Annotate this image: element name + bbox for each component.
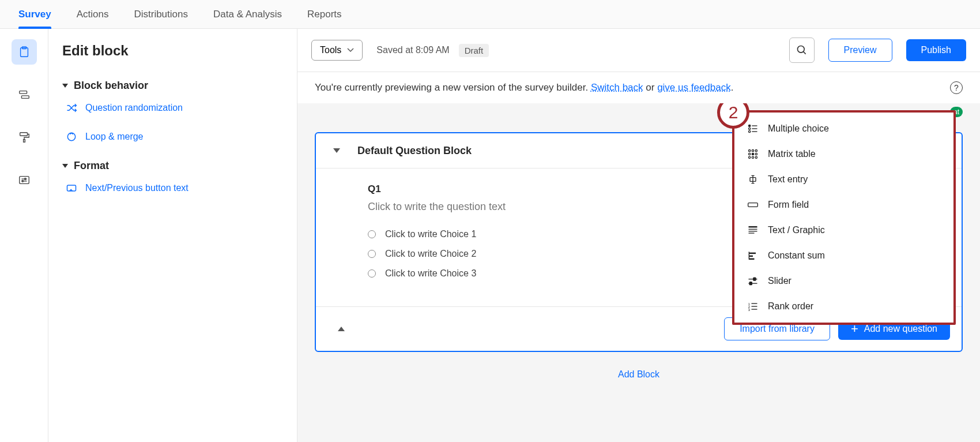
rail-look-feel-button[interactable] [12,125,37,150]
svg-point-21 [749,150,751,152]
block-title[interactable]: Default Question Block [357,145,472,157]
publish-button[interactable]: Publish [906,39,966,61]
choice-label[interactable]: Click to write Choice 1 [385,229,476,239]
choice-label[interactable]: Click to write Choice 2 [385,249,476,259]
chevron-down-icon [62,164,68,168]
svg-rect-2 [19,91,27,94]
matrix-icon [747,148,759,160]
svg-rect-32 [748,203,758,207]
svg-point-26 [755,153,757,155]
qtype-matrix-table[interactable]: Matrix table [734,141,953,167]
tab-survey[interactable]: Survey [18,0,51,28]
link-loop-merge[interactable]: Loop & merge [66,131,280,143]
svg-point-25 [752,153,753,155]
link-next-prev-button-text[interactable]: Next/Previous button text [66,182,280,194]
qtype-constant-sum[interactable]: Constant sum [734,243,953,268]
qtype-label: Form field [768,200,809,210]
feedback-link[interactable]: give us feedback [657,82,731,93]
svg-line-14 [803,52,805,54]
svg-rect-6 [19,177,29,184]
qtype-label: Constant sum [768,250,825,261]
clipboard-icon [18,46,31,58]
rail-options-button[interactable] [12,167,37,193]
builder-toolbar: Tools Saved at 8:09 AM Draft Preview Pub… [297,29,980,72]
canvas: at Default Question Block ⋯ Q1 Click to … [297,103,980,442]
rail-builder-button[interactable] [12,39,37,65]
rail-flow-button[interactable] [12,82,37,107]
svg-point-15 [749,125,751,126]
qtype-label: Text / Graphic [768,225,825,235]
text-entry-icon [747,174,759,185]
svg-rect-5 [23,140,25,143]
svg-text:3: 3 [748,308,750,312]
link-label: Next/Previous button text [85,183,189,193]
section-label: Format [74,160,109,172]
form-field-icon [747,199,759,211]
svg-rect-42 [753,278,756,280]
search-button[interactable] [789,38,815,63]
link-label: Question randomization [85,103,183,113]
link-label: Loop & merge [85,132,144,142]
svg-point-28 [752,156,753,158]
qtype-label: Slider [768,276,791,286]
tab-reports[interactable]: Reports [307,0,342,28]
section-format[interactable]: Format [62,160,280,172]
flow-icon [18,88,31,101]
chevron-down-icon [347,48,354,53]
collapse-up-toggle[interactable] [338,327,345,331]
chevron-down-icon [62,84,68,88]
svg-point-23 [755,150,757,152]
qtype-slider[interactable]: Slider [734,268,953,294]
radio-icon [368,250,376,258]
tools-label: Tools [320,45,341,55]
help-button[interactable]: ? [950,81,963,94]
svg-rect-44 [749,282,752,285]
sliders-icon [18,174,31,186]
svg-point-11 [67,133,75,140]
qtype-form-field[interactable]: Form field [734,192,953,218]
paint-roller-icon [18,131,31,144]
switch-back-link[interactable]: Switch back [591,82,643,93]
multiple-choice-icon [747,123,759,134]
slider-icon [747,275,759,287]
question-type-menu: 2 Multiple choice Matrix table Text entr… [732,110,956,325]
saved-timestamp: Saved at 8:09 AM [376,45,449,55]
tab-actions[interactable]: Actions [77,0,109,28]
add-question-label: Add new question [864,324,937,334]
svg-point-19 [749,130,751,132]
radio-icon [368,269,376,278]
qtype-text-entry[interactable]: Text entry [734,167,953,192]
choice-label[interactable]: Click to write Choice 3 [385,268,476,279]
tab-data-analysis[interactable]: Data & Analysis [213,0,282,28]
svg-point-24 [749,153,751,155]
radio-icon [368,230,376,238]
search-icon [796,44,808,56]
loop-icon [66,131,77,143]
svg-rect-4 [20,133,27,136]
qtype-multiple-choice[interactable]: Multiple choice [734,116,953,141]
qtype-label: Multiple choice [768,123,829,134]
question-block: Default Question Block ⋯ Q1 Click to wri… [315,132,963,352]
tools-dropdown[interactable]: Tools [311,40,363,61]
tab-distributions[interactable]: Distributions [134,0,188,28]
svg-point-13 [797,46,804,53]
main-area: Edit block Block behavior Question rando… [0,29,980,442]
qtype-label: Matrix table [768,149,816,159]
qtype-rank-order[interactable]: 123 Rank order [734,294,953,319]
qtype-label: Text entry [768,174,808,185]
section-block-behavior[interactable]: Block behavior [62,80,280,92]
text-graphic-icon [747,224,759,236]
block-collapse-toggle[interactable] [333,148,340,153]
notice-period: . [731,82,734,93]
qtype-label: Rank order [768,301,813,312]
sidebar-title: Edit block [62,43,280,59]
canvas-column: Tools Saved at 8:09 AM Draft Preview Pub… [297,29,980,442]
add-block-row: Add Block [315,369,963,380]
qtype-text-graphic[interactable]: Text / Graphic [734,218,953,243]
shuffle-icon [66,102,77,114]
draft-badge: Draft [459,44,489,57]
add-block-link[interactable]: Add Block [618,369,659,379]
link-question-randomization[interactable]: Question randomization [66,102,280,114]
preview-button[interactable]: Preview [828,39,892,62]
section-label: Block behavior [74,80,148,92]
